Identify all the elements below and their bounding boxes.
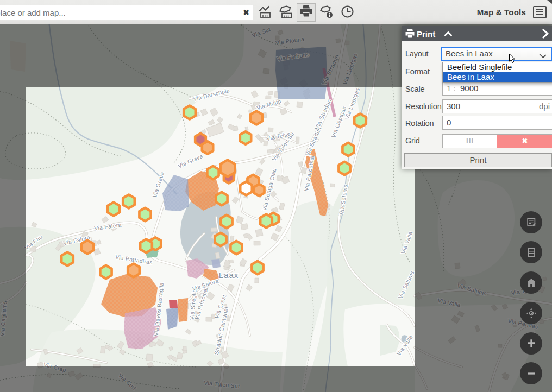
svg-text:Laax: Laax [219, 270, 239, 280]
